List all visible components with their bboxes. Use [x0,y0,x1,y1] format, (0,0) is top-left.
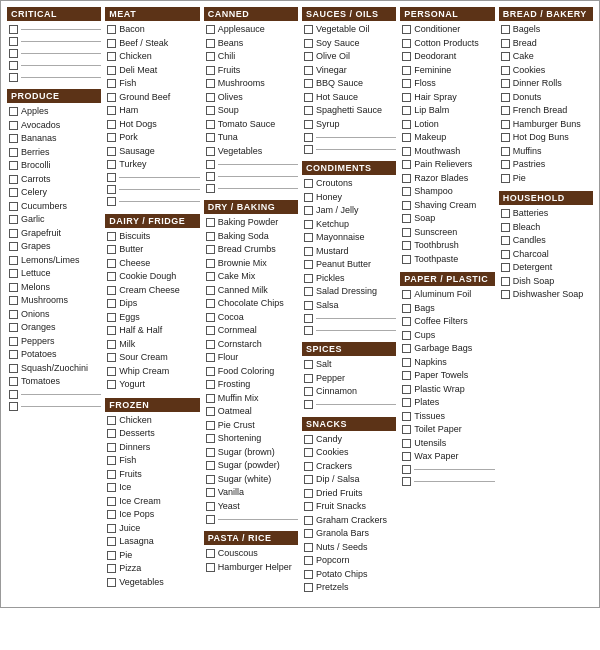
list-item[interactable]: Toothpaste [400,253,494,267]
list-item[interactable]: Mustard [302,245,396,259]
checkbox[interactable] [107,551,116,560]
checkbox[interactable] [402,52,411,61]
checkbox[interactable] [402,331,411,340]
checkbox[interactable] [206,120,215,129]
checkbox[interactable] [304,543,313,552]
checkbox[interactable] [107,232,116,241]
list-item[interactable]: Shortening [204,432,298,446]
list-item[interactable]: Jam / Jelly [302,204,396,218]
checkbox[interactable] [304,247,313,256]
list-item[interactable]: Dinners [105,441,199,455]
checkbox[interactable] [206,245,215,254]
checkbox[interactable] [402,93,411,102]
list-item[interactable]: Yeast [204,500,298,514]
list-item[interactable]: Hamburger Buns [499,118,593,132]
checkbox[interactable] [402,477,411,486]
list-item[interactable]: Garbage Bags [400,342,494,356]
list-item[interactable]: Muffins [499,145,593,159]
list-item[interactable]: Couscous [204,547,298,561]
checkbox[interactable] [402,228,411,237]
checkbox[interactable] [304,287,313,296]
checkbox[interactable] [501,174,510,183]
checkbox[interactable] [501,39,510,48]
checkbox[interactable] [107,286,116,295]
list-item[interactable]: Plastic Wrap [400,383,494,397]
checkbox[interactable] [304,106,313,115]
checkbox[interactable] [206,147,215,156]
checkbox[interactable] [304,400,313,409]
list-item[interactable]: Oatmeal [204,405,298,419]
list-item[interactable]: Turkey [105,158,199,172]
checkbox[interactable] [402,79,411,88]
checkbox[interactable] [107,537,116,546]
checkbox[interactable] [206,448,215,457]
list-item[interactable]: Syrup [302,118,396,132]
checkbox[interactable] [107,497,116,506]
list-item[interactable]: Lotion [400,118,494,132]
list-item[interactable]: Baking Powder [204,216,298,230]
list-item[interactable]: Butter [105,243,199,257]
checkbox[interactable] [206,380,215,389]
list-item[interactable]: Cookies [499,64,593,78]
list-item[interactable]: Cucumbers [7,200,101,214]
list-item[interactable]: Hair Spray [400,91,494,105]
list-item[interactable]: Desserts [105,427,199,441]
checkbox[interactable] [107,353,116,362]
checkbox[interactable] [501,25,510,34]
list-item[interactable]: Hot Dog Buns [499,131,593,145]
list-item[interactable]: Milk [105,338,199,352]
list-item[interactable]: Plates [400,396,494,410]
checkbox[interactable] [206,52,215,61]
checkbox[interactable] [206,93,215,102]
list-item[interactable]: Biscuits [105,230,199,244]
list-item[interactable]: Brownie Mix [204,257,298,271]
list-item[interactable]: Tomatoes [7,375,101,389]
checkbox[interactable] [304,133,313,142]
list-item[interactable]: Dishwasher Soap [499,288,593,302]
checkbox[interactable] [501,79,510,88]
checkbox[interactable] [107,52,116,61]
checkbox[interactable] [107,470,116,479]
checkbox[interactable] [304,233,313,242]
list-item[interactable]: Mushrooms [7,294,101,308]
checkbox[interactable] [304,360,313,369]
list-item[interactable]: Potatoes [7,348,101,362]
list-item[interactable]: Lemons/Limes [7,254,101,268]
list-item[interactable]: Pepper [302,372,396,386]
checkbox[interactable] [304,516,313,525]
checkbox[interactable] [107,160,116,169]
list-item[interactable]: Shampoo [400,185,494,199]
list-item[interactable]: Fruit Snacks [302,500,396,514]
list-item[interactable]: Cornstarch [204,338,298,352]
list-item[interactable]: Cake [499,50,593,64]
list-item[interactable]: Grapefruit [7,227,101,241]
checkbox[interactable] [107,326,116,335]
list-item[interactable]: Dish Soap [499,275,593,289]
list-item[interactable]: Canned Milk [204,284,298,298]
list-item[interactable]: Vanilla [204,486,298,500]
list-item[interactable]: Garlic [7,213,101,227]
checkbox[interactable] [402,385,411,394]
list-item[interactable]: Potato Chips [302,568,396,582]
checkbox[interactable] [206,218,215,227]
checkbox[interactable] [107,272,116,281]
list-item[interactable]: Vegetable Oil [302,23,396,37]
checkbox[interactable] [9,229,18,238]
checkbox[interactable] [304,260,313,269]
list-item[interactable]: Soap [400,212,494,226]
checkbox[interactable] [9,134,18,143]
list-item[interactable]: Candy [302,433,396,447]
checkbox[interactable] [206,421,215,430]
list-item[interactable]: Paper Towels [400,369,494,383]
list-item[interactable]: Candles [499,234,593,248]
checkbox[interactable] [402,425,411,434]
list-item[interactable]: Yogurt [105,378,199,392]
checkbox[interactable] [9,364,18,373]
list-item[interactable]: Bread Crumbs [204,243,298,257]
list-item[interactable]: Charcoal [499,248,593,262]
checkbox[interactable] [206,488,215,497]
list-item[interactable]: Beans [204,37,298,51]
list-item[interactable]: Half & Half [105,324,199,338]
checkbox[interactable] [501,209,510,218]
checkbox[interactable] [9,377,18,386]
